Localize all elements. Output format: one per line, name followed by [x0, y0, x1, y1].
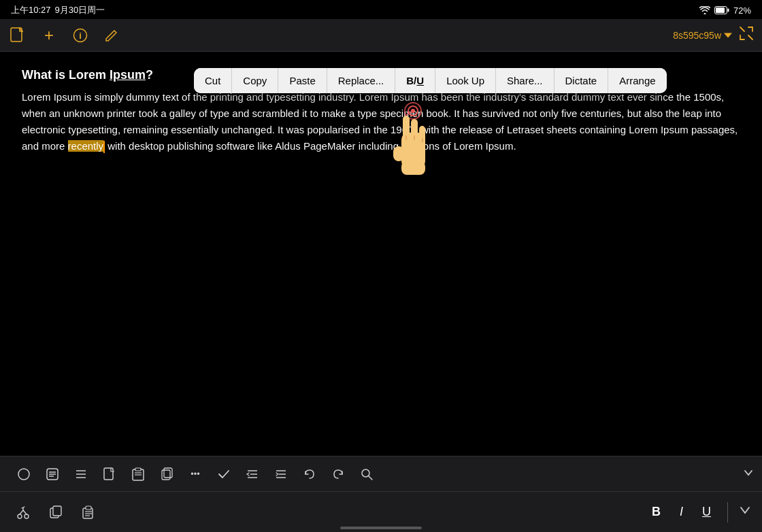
clipboard-icon[interactable] — [125, 461, 151, 487]
copy-overlay-icon[interactable] — [154, 461, 180, 487]
list-icon[interactable] — [68, 461, 94, 487]
underline-button[interactable]: U — [697, 502, 716, 522]
svg-rect-27 — [104, 468, 113, 480]
footer-paste-icon[interactable] — [76, 500, 101, 525]
time-display: 上午10:27 — [11, 4, 51, 16]
context-menu-copy[interactable]: Copy — [232, 68, 278, 93]
context-menu-lookup[interactable]: Look Up — [435, 68, 496, 93]
context-menu-paste[interactable]: Paste — [278, 68, 327, 93]
fullscreen-button[interactable] — [739, 26, 754, 44]
footer-divider — [727, 502, 728, 522]
footer-bar: B I U — [0, 491, 762, 532]
title-underlined: Ipsum — [110, 68, 146, 82]
info-icon[interactable]: i — [71, 26, 90, 45]
toolbar-expand-button[interactable] — [743, 466, 754, 482]
redo-icon[interactable] — [325, 461, 351, 487]
svg-point-40 — [362, 469, 369, 477]
indent-increase-icon[interactable] — [268, 461, 294, 487]
top-toolbar: + i 8s595c95w — [0, 19, 762, 52]
doc-id-label: 8s595c95w — [673, 30, 721, 41]
svg-rect-1 — [716, 7, 725, 13]
bullet-icon[interactable] — [11, 461, 37, 487]
context-menu: Cut Copy Paste Replace... B/U Look Up Sh… — [194, 68, 667, 93]
check-icon[interactable] — [211, 461, 237, 487]
svg-point-42 — [18, 514, 22, 518]
wifi-icon — [699, 6, 710, 14]
highlighted-word: recently — [68, 140, 104, 152]
context-menu-bold-underline[interactable]: B/U — [395, 68, 435, 93]
indent-decrease-icon[interactable] — [239, 461, 265, 487]
page-icon[interactable] — [97, 461, 122, 487]
svg-point-43 — [24, 514, 29, 518]
bold-button[interactable]: B — [646, 502, 666, 522]
status-bar-left: 上午10:27 9月30日周一 — [11, 4, 105, 16]
context-menu-dictate[interactable]: Dictate — [554, 68, 609, 93]
search-icon[interactable] — [354, 461, 380, 487]
undo-icon[interactable] — [297, 461, 322, 487]
battery-level: 72% — [733, 5, 751, 16]
doc-id-button[interactable]: 8s595c95w — [673, 30, 732, 41]
italic-button[interactable]: I — [674, 502, 689, 522]
context-menu-share[interactable]: Share... — [496, 68, 554, 93]
svg-line-44 — [20, 510, 23, 514]
status-bar: 上午10:27 9月30日周一 72% — [0, 0, 762, 19]
toolbar-right-tools: 8s595c95w — [673, 26, 754, 44]
footer-copy-icon[interactable] — [44, 500, 68, 525]
svg-rect-32 — [162, 470, 170, 480]
footer-right: B I U — [646, 502, 751, 522]
svg-rect-2 — [727, 9, 729, 12]
text-cursor — [103, 141, 105, 153]
battery-icon — [714, 6, 729, 14]
add-icon[interactable]: + — [39, 26, 59, 45]
status-bar-right: 72% — [699, 5, 751, 16]
fullscreen-icon — [739, 26, 754, 41]
new-doc-icon[interactable] — [8, 26, 27, 45]
context-menu-arrange[interactable]: Arrange — [608, 68, 666, 93]
svg-rect-49 — [53, 506, 61, 516]
svg-line-41 — [369, 476, 372, 480]
context-menu-cut[interactable]: Cut — [194, 68, 232, 93]
footer-left — [11, 500, 101, 525]
svg-rect-51 — [86, 506, 91, 510]
context-menu-replace[interactable]: Replace... — [327, 68, 396, 93]
doc-dropdown-icon — [724, 31, 732, 39]
home-indicator — [340, 527, 422, 529]
footer-chevron-down[interactable] — [739, 504, 751, 520]
svg-point-19 — [18, 469, 29, 480]
more-icon[interactable]: ••• — [182, 461, 208, 487]
footer-cut-icon[interactable] — [11, 500, 35, 525]
edit-icon[interactable] — [102, 26, 121, 45]
svg-rect-33 — [164, 468, 172, 478]
svg-line-45 — [23, 510, 27, 514]
date-display: 9月30日周一 — [55, 4, 105, 16]
toolbar-left-tools: + i — [8, 26, 121, 45]
bottom-toolbar: ••• — [0, 456, 762, 491]
svg-rect-29 — [135, 468, 141, 471]
checkbox-icon[interactable] — [39, 461, 65, 487]
document-body[interactable]: Lorem Ipsum is simply dummy text of the … — [22, 89, 740, 154]
svg-text:i: i — [79, 31, 82, 41]
content-area: What is Lorem Ipsum? Lorem Ipsum is simp… — [0, 52, 762, 446]
